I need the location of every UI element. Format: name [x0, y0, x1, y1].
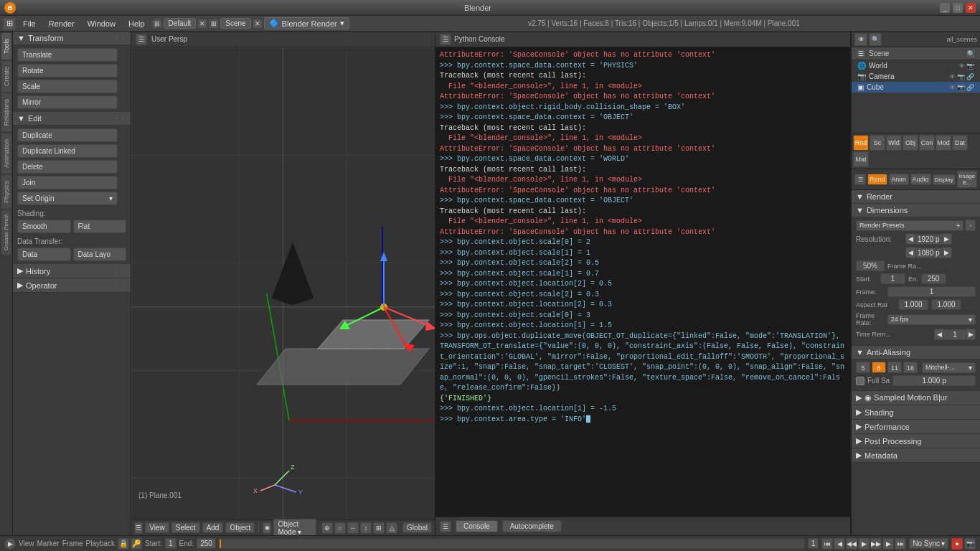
search-icon-btn[interactable]: 🔍	[869, 33, 882, 46]
scene-tab[interactable]: Sc	[870, 135, 885, 151]
maximize-button[interactable]: □	[953, 3, 963, 13]
aa-16-btn[interactable]: 16	[903, 362, 918, 373]
render-icon-btn[interactable]: ▶	[4, 538, 16, 550]
mirror-button[interactable]: Mirror	[17, 95, 118, 109]
select-button[interactable]: Select	[171, 522, 200, 533]
menu-file[interactable]: File	[17, 18, 42, 29]
data-layout-button[interactable]: Data Layo	[73, 248, 127, 261]
next-frame-icon[interactable]: ▶	[882, 538, 894, 550]
world-tab[interactable]: Wld	[886, 135, 902, 151]
mode-icon[interactable]: ◉	[263, 522, 271, 534]
translate-button[interactable]: Translate	[17, 48, 118, 62]
full-sample-checkbox[interactable]	[856, 377, 864, 385]
physics-tab[interactable]: Physics	[1, 175, 11, 209]
viewport-bottom-menu-icon[interactable]: ☰	[134, 522, 143, 534]
object-tab[interactable]: Obj	[903, 135, 918, 151]
aa-11-btn[interactable]: 11	[887, 362, 902, 373]
resolution-pct[interactable]: 50%	[856, 260, 885, 271]
audio-sub-tab[interactable]: Audio	[910, 174, 931, 185]
menu-help[interactable]: Help	[123, 18, 151, 29]
flat-button[interactable]: Flat	[73, 220, 127, 233]
viewport-canvas[interactable]: Y Z X (1) Plane.001	[131, 47, 435, 519]
aspect-y[interactable]: 1.000	[931, 299, 961, 310]
statusbar-marker[interactable]: Marker	[37, 540, 60, 547]
render-presets-dropdown[interactable]: Render Presets +	[856, 220, 963, 231]
frame-value[interactable]: 1	[887, 286, 976, 297]
res-y-up[interactable]: ▶	[942, 247, 952, 258]
transform-icon-4[interactable]: △	[386, 522, 397, 534]
statusbar-playback[interactable]: Playback	[86, 540, 116, 547]
sync-selector[interactable]: No Sync ▾	[909, 538, 948, 549]
res-x-down[interactable]: ◀	[905, 233, 915, 245]
timeline-lock-icon[interactable]: 🔒	[118, 538, 129, 550]
play-forward-icon[interactable]: ▶▶	[870, 538, 882, 550]
object-button[interactable]: Object	[225, 522, 255, 533]
rend-sub-tab[interactable]: Rend	[867, 174, 887, 185]
scale-button[interactable]: Scale	[17, 80, 118, 93]
workspace-add-icon[interactable]: ⊞	[152, 19, 162, 29]
res-y-value[interactable]: 1080 p	[915, 248, 942, 258]
viewport-3d[interactable]: ☰ User Persp	[131, 32, 435, 535]
autocomplete-tab[interactable]: Autocomplete	[502, 520, 562, 532]
res-y-down[interactable]: ◀	[905, 247, 915, 258]
modifier-tab[interactable]: Mod	[936, 135, 951, 151]
edit-section-header[interactable]: Edit ⋮⋮	[13, 112, 131, 126]
timeline-key-icon[interactable]: 🔑	[131, 538, 142, 550]
cube-eye-icon[interactable]: 👁	[949, 84, 956, 91]
material-tab[interactable]: Mat	[853, 151, 869, 167]
view-icon-btn[interactable]: 👁	[854, 33, 867, 46]
join-button[interactable]: Join	[17, 176, 118, 189]
data-tab[interactable]: Dat	[952, 135, 968, 151]
outliner-menu-icon[interactable]: ☰	[856, 49, 866, 59]
world-render-icon[interactable]: 📷	[966, 62, 974, 70]
time-rem-up[interactable]: ▶	[966, 329, 976, 340]
camera-link-icon[interactable]: 🔗	[966, 73, 974, 80]
statusbar-view[interactable]: View	[19, 540, 34, 547]
camera-eye-icon[interactable]: 👁	[949, 73, 956, 80]
play-back-icon[interactable]: ◀◀	[846, 538, 857, 550]
render-section-header[interactable]: Render	[852, 190, 980, 203]
close-button[interactable]: ✕	[966, 3, 976, 13]
res-x-up[interactable]: ▶	[942, 233, 952, 245]
global-button[interactable]: Global	[402, 522, 432, 533]
end-value[interactable]: 250	[197, 538, 216, 549]
animation-tab[interactable]: Animation	[1, 133, 11, 174]
transform-icon-2[interactable]: ↕	[360, 522, 372, 534]
viewport-menu-icon[interactable]: ☰	[136, 34, 147, 45]
workspace-selector[interactable]: Default	[164, 18, 197, 29]
aa-8-btn[interactable]: 8	[872, 362, 886, 373]
aa-filter-dropdown[interactable]: Mitchell-... ▾	[922, 362, 976, 373]
transform-icon-1[interactable]: ↔	[347, 522, 359, 534]
create-tab[interactable]: Create	[1, 61, 11, 92]
display-sub-tab[interactable]: Display	[933, 174, 956, 185]
current-frame[interactable]: 1	[808, 538, 819, 549]
prev-frame-icon[interactable]: ◀	[834, 538, 845, 550]
aspect-x[interactable]: 1.000	[898, 299, 928, 310]
image-editor-sub-tab[interactable]: Image E...	[957, 171, 977, 188]
scene-add-icon[interactable]: ⊞	[209, 19, 219, 29]
scene-selector[interactable]: Scene	[220, 18, 250, 29]
end-value[interactable]: 250	[921, 273, 946, 284]
jump-start-icon[interactable]: ⏮	[821, 538, 833, 550]
shading-render-header[interactable]: Shading	[852, 405, 980, 419]
duplicate-button[interactable]: Duplicate	[17, 128, 118, 142]
time-rem-value[interactable]: 1	[944, 329, 966, 340]
menu-render[interactable]: Render	[43, 18, 80, 29]
right-panel-menu-icon[interactable]: ☰	[854, 174, 866, 185]
duplicate-linked-button[interactable]: Duplicate Linked	[17, 144, 118, 158]
timeline-scrubber[interactable]	[219, 539, 805, 549]
start-value[interactable]: 1	[165, 538, 176, 549]
workspace-icon[interactable]: ⊞	[3, 17, 16, 30]
relations-tab[interactable]: Relations	[1, 93, 11, 132]
tools-tab[interactable]: Tools	[1, 33, 11, 60]
transform-section-header[interactable]: Transform ⋮⋮	[13, 32, 131, 45]
full-sample-value[interactable]: 1.000 p	[892, 375, 976, 386]
data-button[interactable]: Data	[17, 248, 71, 261]
aa-5-btn[interactable]: 5	[856, 362, 870, 373]
play-icon[interactable]: ▶	[858, 538, 870, 550]
outliner-cube-item[interactable]: ▣ Cube 👁 📷 🔗	[852, 82, 980, 93]
smooth-button[interactable]: Smooth	[17, 220, 71, 233]
render-presets-remove-icon[interactable]: -	[965, 220, 976, 231]
rotate-button[interactable]: Rotate	[17, 64, 118, 77]
cube-link-icon[interactable]: 🔗	[966, 84, 974, 91]
